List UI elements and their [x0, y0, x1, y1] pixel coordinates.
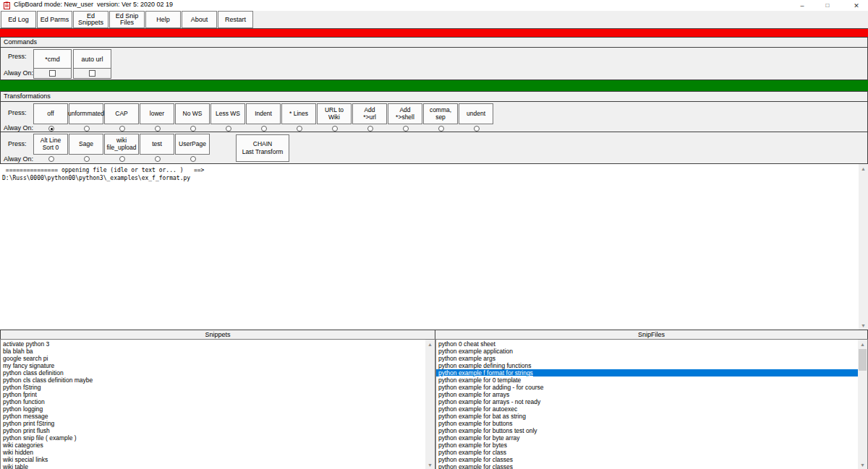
snipfile-item[interactable]: python example application [436, 348, 858, 355]
transform-button-add-url[interactable]: Add *>url [352, 103, 387, 124]
snippet-item[interactable]: wiki table [1, 463, 425, 469]
transform-button-url-to-wiki[interactable]: URL to Wiki [317, 103, 352, 124]
snippet-item[interactable]: python message [1, 413, 425, 420]
snippet-item[interactable]: python fprint [1, 391, 425, 398]
always-on-radio-off[interactable] [48, 126, 54, 132]
snipfile-item[interactable]: python example for classes [436, 463, 858, 469]
transform-button-no-ws[interactable]: No WS [175, 103, 210, 124]
always-on-radio-userpage[interactable] [190, 156, 196, 162]
snipfile-item[interactable]: python example for class [436, 449, 858, 456]
snipfile-item[interactable]: python example for buttons [436, 420, 858, 427]
always-on-radio-url-to-wiki[interactable] [332, 126, 338, 132]
snippet-item[interactable]: my fancy signature [1, 362, 425, 369]
snipfile-item[interactable]: python example for autoexec [436, 405, 858, 413]
snippets-listbox[interactable]: activate python 3bla blah bagoogle searc… [0, 339, 435, 469]
always-on-radio-less-ws[interactable] [226, 126, 231, 132]
transform-button-add-shell[interactable]: Add *>shell [388, 103, 422, 124]
snipfile-item[interactable]: python example args [436, 355, 858, 362]
maximize-button[interactable]: □ [816, 0, 839, 11]
snipfile-item[interactable]: python example f format for strings [436, 369, 858, 377]
transform-button-lines[interactable]: * Lines [281, 103, 316, 124]
scroll-up-icon[interactable]: ▲ [425, 340, 435, 348]
snippet-item[interactable]: python print fString [1, 420, 425, 427]
menu-button-ed-parms[interactable]: Ed Parms [37, 11, 72, 28]
snippet-item[interactable]: python class definition [1, 369, 425, 377]
command-button-auto-url[interactable]: auto url [73, 49, 111, 69]
transform-button-unformmated[interactable]: unformmated [69, 103, 103, 124]
snipfiles-listbox[interactable]: python 0 cheat sheetpython example appli… [435, 339, 868, 469]
chain-last-transform-button[interactable]: CHAIN Last Transform [236, 134, 289, 162]
transform-button-alt-line-sort-0[interactable]: Alt Line Sort 0 [33, 134, 68, 155]
snipfiles-scrollbar[interactable]: ▲ ▼ [858, 340, 867, 469]
snippet-item[interactable]: python snip file ( example ) [1, 434, 425, 442]
snipfile-item[interactable]: python 0 cheat sheet [436, 340, 858, 348]
command-button-cmd[interactable]: *cmd [33, 49, 72, 69]
transform-button-comma-sep[interactable]: comma, sep [423, 103, 458, 124]
menu-button-restart[interactable]: Restart [218, 11, 253, 28]
always-on-checkbox-auto-url[interactable] [89, 70, 95, 77]
snipfile-item[interactable]: python example for byte array [436, 434, 858, 442]
snipfile-item[interactable]: python example for bat as string [436, 413, 858, 420]
transform-button-undent[interactable]: undent [459, 103, 493, 124]
scroll-up-icon[interactable]: ▲ [858, 340, 867, 348]
always-on-radio-wiki-file-upload[interactable] [119, 156, 125, 162]
snippet-item[interactable]: wiki categories [1, 442, 425, 449]
snippet-item[interactable]: python cls class definition maybe [1, 377, 425, 384]
transform-button-less-ws[interactable]: Less WS [210, 103, 245, 124]
always-on-radio-sage[interactable] [84, 156, 90, 162]
snipfile-item[interactable]: python example for arrays [436, 391, 858, 398]
snippet-item[interactable]: google search pi [1, 355, 425, 362]
menu-button-ed-log[interactable]: Ed Log [1, 11, 36, 28]
transform-button-test[interactable]: test [140, 134, 174, 155]
menu-button-about[interactable]: About [182, 11, 217, 28]
snippet-item[interactable]: python logging [1, 405, 425, 413]
snipfile-item[interactable]: python example for adding - for course [436, 384, 858, 391]
always-on-checkbox-cmd[interactable] [49, 70, 56, 77]
always-on-radio-add-url[interactable] [367, 126, 373, 132]
snipfile-item[interactable]: python example for bytes [436, 442, 858, 449]
snippet-item[interactable]: wiki special links [1, 456, 425, 463]
always-on-radio-alt-line-sort-0[interactable] [48, 156, 54, 162]
snipfile-item[interactable]: python example for arrays - not ready [436, 398, 858, 405]
scroll-down-icon[interactable]: ▼ [858, 460, 867, 469]
minimize-button[interactable]: – [791, 0, 814, 11]
snippet-item[interactable]: python function [1, 398, 425, 405]
transform-button-indent[interactable]: Indent [246, 103, 281, 124]
menu-button-ed-snippets[interactable]: Ed Snippets [73, 11, 109, 28]
transform-button-sage[interactable]: Sage [69, 134, 103, 155]
always-on-radio-lines[interactable] [297, 126, 302, 132]
snippet-item[interactable]: python fString [1, 384, 425, 391]
menu-button-help[interactable]: Help [145, 11, 181, 28]
always-on-radio-no-ws[interactable] [190, 126, 196, 132]
transform-button-lower[interactable]: lower [140, 103, 174, 124]
snippet-item[interactable]: python print flush [1, 427, 425, 434]
snippet-item[interactable]: activate python 3 [1, 340, 425, 348]
scroll-up-icon[interactable]: ▲ [859, 164, 868, 173]
always-on-radio-comma-sep[interactable] [438, 126, 444, 132]
log-text-area[interactable]: =============== oppening file (idle or t… [0, 163, 868, 330]
snippets-scrollbar[interactable]: ▲ ▼ [425, 340, 435, 469]
snipfile-item[interactable]: python example for buttons test only [436, 427, 858, 434]
snipfile-item[interactable]: python example for classes [436, 456, 858, 463]
transform-button-userpage[interactable]: UserPage [175, 134, 210, 155]
menu-button-ed-snip-files[interactable]: Ed Snip Files [109, 11, 145, 28]
transform-button-off[interactable]: off [33, 103, 68, 124]
always-on-radio-test[interactable] [155, 156, 161, 162]
snippet-item[interactable]: bla blah ba [1, 348, 425, 355]
always-on-radio-lower[interactable] [155, 126, 161, 132]
always-on-radio-undent[interactable] [474, 126, 480, 132]
scrollbar-thumb[interactable] [859, 349, 867, 371]
always-on-radio-unformmated[interactable] [84, 126, 90, 132]
transform-button-cap[interactable]: CAP [104, 103, 139, 124]
log-scrollbar[interactable]: ▲ ▼ [859, 164, 868, 330]
transform-button-wiki-file-upload[interactable]: wiki file_upload [104, 134, 139, 155]
close-button[interactable]: ✕ [845, 0, 868, 11]
snipfile-item[interactable]: python example defining functions [436, 362, 858, 369]
always-on-radio-cap[interactable] [119, 126, 125, 132]
scroll-down-icon[interactable]: ▼ [425, 460, 435, 469]
snipfile-item[interactable]: python example for 0 template [436, 377, 858, 384]
snippet-item[interactable]: wiki hidden [1, 449, 425, 456]
scroll-down-icon[interactable]: ▼ [859, 321, 868, 330]
always-on-radio-add-shell[interactable] [403, 126, 409, 132]
always-on-radio-indent[interactable] [261, 126, 267, 132]
